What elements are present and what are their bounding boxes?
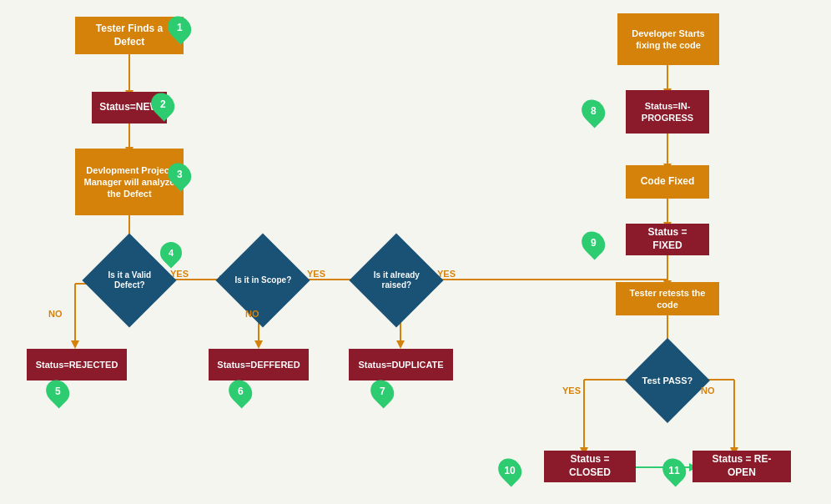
status-fixed-box: Status = FIXED — [626, 224, 709, 255]
status-reopen-box: Status = RE-OPEN — [692, 451, 791, 482]
label-yes-raised: YES — [437, 269, 456, 279]
label-no-scope: NO — [245, 309, 259, 319]
flowchart: Tester Finds a Defect 1 Status=NEW 2 Dev… — [0, 0, 831, 504]
label-yes-test: YES — [562, 386, 581, 396]
dev-starts-box: Developer Starts fixing the code — [617, 13, 719, 65]
dev-manager-box: Devlopment Project Manager will analyze … — [75, 149, 184, 215]
svg-marker-16 — [396, 340, 405, 349]
svg-marker-12 — [254, 340, 263, 349]
label-no-test: NO — [701, 386, 715, 396]
valid-defect-diamond: Is it a Valid Defect? 4 — [92, 249, 167, 311]
in-scope-diamond: Is it in Scope? — [225, 249, 300, 311]
already-raised-diamond: Is it already raised? — [359, 249, 434, 311]
status-closed-box: Status = CLOSED — [544, 451, 636, 482]
tester-retests-box: Tester retests the code — [616, 282, 719, 315]
status-rejected-box: Status=REJECTED — [27, 349, 127, 381]
code-fixed-box: Code Fixed — [626, 165, 709, 199]
status-inprogress-box: Status=IN-PROGRESS — [626, 90, 709, 134]
status-duplicate-box: Status=DUPLICATE — [349, 349, 453, 381]
label-yes-valid: YES — [170, 269, 189, 279]
status-deffered-box: Status=DEFFERED — [209, 349, 309, 381]
label-yes-scope: YES — [307, 269, 325, 279]
test-pass-diamond: Test PASS? — [636, 349, 699, 412]
label-no-valid: NO — [48, 309, 63, 319]
svg-marker-8 — [71, 340, 79, 349]
